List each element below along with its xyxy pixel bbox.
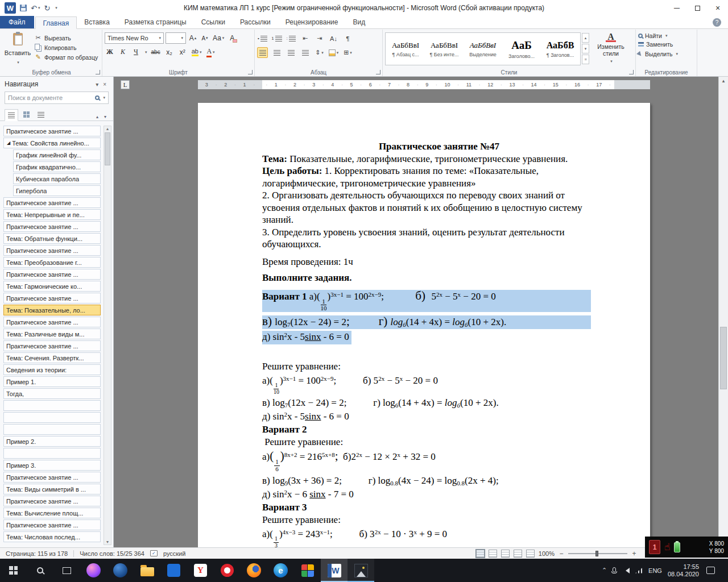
page-indicator[interactable]: Страница: 115 из 178 <box>6 550 68 557</box>
change-case-button[interactable]: Аа▾ <box>212 33 225 44</box>
nav-item[interactable]: Практическое занятие ... <box>3 519 101 530</box>
taskbar-app-grid[interactable] <box>294 559 321 582</box>
shading-button[interactable]: ▾ <box>328 47 339 58</box>
collapse-triangle-icon[interactable]: ◢ <box>7 140 10 146</box>
tab-Рассылки[interactable]: Рассылки <box>233 16 278 28</box>
nav-scroll-up-icon[interactable]: ▴ <box>106 126 109 131</box>
shrink-font-button[interactable]: А▾ <box>200 33 210 44</box>
bullets-button[interactable]: • <box>257 33 268 44</box>
taskbar-search-button[interactable] <box>27 559 53 582</box>
nav-item[interactable]: График квадратично... <box>13 161 101 172</box>
font-name-select[interactable]: Times New Ro▾ <box>105 32 164 44</box>
tab-Файл[interactable]: Файл <box>0 16 34 28</box>
clipboard-dialog-launcher[interactable] <box>96 70 100 74</box>
doc-scroll-thumb[interactable] <box>720 327 727 389</box>
nav-item[interactable]: Практическое занятие ... <box>3 126 101 136</box>
font-size-dropdown-icon[interactable]: ▾ <box>181 36 183 40</box>
nav-item[interactable]: Пример 2. <box>3 436 101 447</box>
print-layout-view-icon[interactable] <box>476 550 485 558</box>
network-icon[interactable] <box>635 568 643 573</box>
decrease-indent-button[interactable]: ⇤ <box>300 33 311 44</box>
select-button[interactable]: Выделить▾ <box>638 49 694 59</box>
nav-item[interactable]: Гипербола <box>13 185 101 196</box>
nav-item[interactable] <box>3 448 101 459</box>
task-view-button[interactable] <box>53 559 80 582</box>
borders-button[interactable]: ⊞▾ <box>342 47 353 58</box>
help-icon[interactable]: ? <box>713 18 721 27</box>
italic-button[interactable]: К <box>118 47 128 57</box>
minimize-button[interactable]: ─ <box>667 0 687 16</box>
volume-icon[interactable] <box>623 568 630 573</box>
paragraph-dialog-launcher[interactable] <box>376 70 380 74</box>
word-count[interactable]: Число слов: 15/25 364 <box>80 550 144 557</box>
multilevel-list-button[interactable]: : <box>286 33 296 44</box>
nav-item[interactable]: Практическое занятие ... <box>3 269 101 280</box>
increase-indent-button[interactable]: ⇥ <box>314 33 325 44</box>
paste-dropdown-icon[interactable]: ▾ <box>17 60 19 65</box>
tab-Вставка[interactable]: Вставка <box>77 16 117 28</box>
hidden-icons-chevron[interactable]: ⌃ <box>602 567 607 574</box>
redo-button[interactable]: ↻ <box>44 4 50 13</box>
nav-item[interactable]: Тема: Виды симметрий в ... <box>3 484 101 494</box>
cut-button[interactable]: ✂Вырезать <box>34 34 98 41</box>
nav-item[interactable]: Тема: Гармонические ко... <box>3 281 101 292</box>
taskbar-file-explorer[interactable] <box>134 559 160 582</box>
taskbar-yandex[interactable]: Y <box>187 559 214 582</box>
replace-button[interactable]: Заменить <box>638 41 694 48</box>
search-input[interactable] <box>8 94 93 101</box>
close-button[interactable]: × <box>708 0 728 16</box>
nav-item[interactable]: Практическое занятие ... <box>3 317 101 327</box>
nav-item[interactable]: Тема: Различные виды м... <box>3 329 101 339</box>
styles-scroll-up-button[interactable]: ▴ <box>582 33 589 43</box>
font-color-button[interactable]: А▾ <box>205 47 216 57</box>
align-left-button[interactable] <box>257 47 268 58</box>
nav-item[interactable]: График линейной фу... <box>13 149 101 160</box>
taskbar-opera[interactable] <box>214 559 241 582</box>
nav-item[interactable]: Тема: Показательные, ло... <box>3 305 101 315</box>
nav-item[interactable]: Тема: Обратные функци... <box>3 233 101 244</box>
nav-tab-pages[interactable] <box>19 109 33 120</box>
taskbar-word[interactable]: W <box>321 559 348 582</box>
nav-item[interactable]: Тема: Преобразование г... <box>3 257 101 268</box>
search-options-arrow-icon[interactable]: ▾ <box>103 95 105 100</box>
navigation-menu-arrow-icon[interactable]: ▾ <box>93 81 101 88</box>
tab-Рецензирование[interactable]: Рецензирование <box>278 16 346 28</box>
font-size-select[interactable]: ▾ <box>166 32 186 44</box>
styles-scroll-down-button[interactable]: ▾ <box>582 44 589 53</box>
nav-scroll-down-icon[interactable]: ▾ <box>106 539 109 544</box>
style-item[interactable]: АаБбВвІ¶ Абзац с... <box>387 34 424 64</box>
outline-view-icon[interactable] <box>514 550 522 558</box>
navigation-close-icon[interactable]: × <box>101 81 109 88</box>
style-item[interactable]: АаБбВвІ¶ Без инте... <box>425 34 463 64</box>
clear-formatting-button[interactable]: А <box>227 33 237 44</box>
taskbar-firefox[interactable] <box>241 559 267 582</box>
sort-button[interactable]: А↓ <box>328 33 339 44</box>
taskbar-browser-globe[interactable] <box>107 559 134 582</box>
microphone-icon[interactable] <box>613 567 616 572</box>
nav-item[interactable]: Практическое занятие ... <box>3 221 101 232</box>
restore-button[interactable] <box>687 0 708 16</box>
action-center-icon[interactable] <box>706 567 715 574</box>
search-icon[interactable] <box>95 95 100 100</box>
taskbar-edge[interactable]: e <box>267 559 294 582</box>
tab-Главная[interactable]: Главная <box>35 16 77 29</box>
quick-access-customize-button[interactable]: ▾ <box>54 6 57 10</box>
nav-tab-headings[interactable] <box>5 109 18 121</box>
horizontal-ruler[interactable]: 3·2·1· ·1·2·3·4·5·6·7·8·9·10·11·12·13·14… <box>198 80 650 89</box>
style-item[interactable]: АаБЗаголово... <box>503 34 540 64</box>
taskbar-photo-viewer[interactable] <box>348 559 374 582</box>
style-item[interactable]: АаБбВвІВыделение <box>464 34 502 64</box>
save-button[interactable] <box>20 5 27 11</box>
change-styles-button[interactable]: А Изменить стили ▾ <box>590 31 631 65</box>
fullscreen-view-icon[interactable] <box>489 550 497 558</box>
font-name-dropdown-icon[interactable]: ▾ <box>159 36 161 40</box>
nav-item[interactable]: ◢Тема: Свойства линейно... <box>3 138 101 148</box>
zoom-slider[interactable] <box>568 553 627 554</box>
style-item[interactable]: АаБбВ¶ Заголов... <box>541 34 579 64</box>
font-dialog-launcher[interactable] <box>248 70 253 74</box>
zoom-level[interactable]: 100% <box>539 550 555 557</box>
tab-Ссылки[interactable]: Ссылки <box>194 16 233 28</box>
start-button[interactable] <box>0 559 27 582</box>
previous-heading-button[interactable]: ▴ <box>94 113 101 120</box>
nav-tab-results[interactable] <box>34 109 48 120</box>
